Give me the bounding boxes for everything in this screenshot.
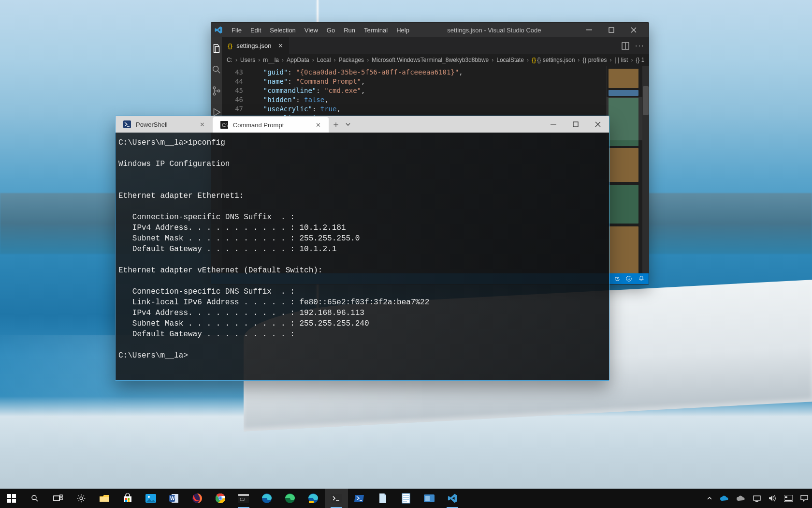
volume-icon[interactable] xyxy=(768,495,776,502)
taskbar-edge-beta[interactable] xyxy=(302,489,325,508)
tab-dropdown-button[interactable] xyxy=(345,121,351,127)
svg-rect-28 xyxy=(128,498,130,500)
taskbar-vscode[interactable] xyxy=(441,489,464,508)
menu-run[interactable]: Run xyxy=(343,26,356,35)
editor-tabs: {} settings.json ✕ ··· xyxy=(222,37,649,54)
split-editor-icon[interactable] xyxy=(622,42,629,50)
status-lang[interactable]: ts xyxy=(615,275,620,282)
close-button[interactable] xyxy=(623,23,645,37)
vscode-titlebar[interactable]: File Edit Selection View Go Run Terminal… xyxy=(211,23,649,37)
terminal-titlebar[interactable]: PowerShell ✕ C:\ Command Prompt ✕ ＋ xyxy=(116,116,609,133)
taskbar-firefox[interactable] xyxy=(186,489,209,508)
tab-actions: ＋ xyxy=(329,116,354,133)
breadcrumb-seg[interactable]: m__la xyxy=(263,57,279,63)
terminal-window-controls xyxy=(542,116,609,133)
svg-rect-55 xyxy=(785,496,787,498)
feedback-icon[interactable] xyxy=(625,275,632,282)
taskbar-notepad[interactable] xyxy=(394,489,418,508)
minimize-button[interactable] xyxy=(578,23,600,37)
breadcrumb-seg[interactable]: LocalState xyxy=(496,57,524,63)
close-tab-icon[interactable]: ✕ xyxy=(316,121,321,129)
breadcrumb-seg[interactable]: Microsoft.WindowsTerminal_8wekyb3d8bbwe xyxy=(372,57,489,63)
menu-help[interactable]: Help xyxy=(395,26,410,35)
language-icon[interactable] xyxy=(784,495,793,502)
taskbar-left: W C:\ xyxy=(0,489,464,508)
svg-rect-25 xyxy=(100,497,109,502)
breadcrumb-seg[interactable]: [ ] list xyxy=(614,57,628,63)
taskbar-windows-terminal[interactable] xyxy=(325,489,348,508)
close-button[interactable] xyxy=(587,116,609,133)
taskbar-photos[interactable] xyxy=(139,489,162,508)
menu-view[interactable]: View xyxy=(304,26,319,35)
system-tray xyxy=(703,495,812,502)
svg-point-4 xyxy=(213,93,216,95)
network-icon[interactable] xyxy=(753,495,761,502)
menu-go[interactable]: Go xyxy=(326,26,336,35)
task-view-button[interactable] xyxy=(46,489,70,508)
action-center-icon[interactable] xyxy=(800,495,808,502)
minimap-viewport[interactable] xyxy=(607,97,642,140)
breadcrumb-seg[interactable]: {} 1 xyxy=(636,57,644,63)
more-actions-icon[interactable]: ··· xyxy=(635,42,644,50)
taskbar-word[interactable]: W xyxy=(162,489,186,508)
taskbar-powershell[interactable] xyxy=(348,489,371,508)
minimap[interactable] xyxy=(606,66,649,273)
svg-rect-23 xyxy=(60,498,62,500)
tab-settings-json[interactable]: {} settings.json ✕ xyxy=(222,37,290,54)
taskbar-edge-dev[interactable] xyxy=(255,489,278,508)
search-icon[interactable] xyxy=(211,64,222,75)
onedrive-icon-2[interactable] xyxy=(737,495,745,501)
svg-text:C:\: C:\ xyxy=(240,497,246,502)
scrollbar-thumb[interactable] xyxy=(643,86,649,115)
svg-rect-27 xyxy=(125,498,127,500)
taskbar-chrome[interactable] xyxy=(209,489,232,508)
terminal-body[interactable]: C:\Users\m__la>ipconfig Windows IP Confi… xyxy=(116,133,609,380)
minimize-button[interactable] xyxy=(542,116,565,133)
menu-edit[interactable]: Edit xyxy=(249,26,262,35)
taskbar-edge-canary[interactable] xyxy=(278,489,302,508)
svg-point-10 xyxy=(629,278,630,278)
tab-label: Command Prompt xyxy=(233,121,284,129)
tab-label: settings.json xyxy=(236,42,271,49)
menu-terminal[interactable]: Terminal xyxy=(363,26,389,35)
breadcrumb-seg[interactable]: C: xyxy=(227,57,232,63)
taskbar-file-explorer[interactable] xyxy=(93,489,116,508)
breadcrumb-seg[interactable]: Users xyxy=(240,57,255,63)
breadcrumb-seg[interactable]: {} settings.json xyxy=(537,57,575,63)
breadcrumb-seg[interactable]: AppData xyxy=(287,57,309,63)
source-control-icon[interactable] xyxy=(211,86,222,96)
terminal-output[interactable]: C:\Users\m__la>ipconfig Windows IP Confi… xyxy=(116,133,609,361)
taskbar-generic-app[interactable] xyxy=(418,489,441,508)
start-button[interactable] xyxy=(0,489,23,508)
taskbar-cmd[interactable]: C:\ xyxy=(232,489,255,508)
maximize-button[interactable] xyxy=(600,23,623,37)
maximize-button[interactable] xyxy=(565,116,587,133)
close-tab-icon[interactable]: ✕ xyxy=(200,121,205,128)
svg-rect-42 xyxy=(238,494,249,496)
tab-command-prompt[interactable]: C:\ Command Prompt ✕ xyxy=(213,117,329,133)
tray-overflow-icon[interactable] xyxy=(707,495,712,501)
explorer-icon[interactable] xyxy=(211,43,222,54)
breadcrumb-seg[interactable]: Local xyxy=(317,57,331,63)
close-tab-icon[interactable]: ✕ xyxy=(278,42,283,49)
svg-rect-14 xyxy=(551,124,556,124)
taskbar-store[interactable] xyxy=(116,489,139,508)
breadcrumb[interactable]: C:› Users› m__la› AppData› Local› Packag… xyxy=(222,54,649,66)
onedrive-icon[interactable] xyxy=(720,495,729,501)
cmd-icon: C:\ xyxy=(220,121,228,129)
taskbar-generic-doc[interactable] xyxy=(371,489,394,508)
svg-rect-19 xyxy=(12,499,16,503)
svg-rect-0 xyxy=(586,30,592,30)
vscode-window-controls xyxy=(578,23,645,37)
tab-label: PowerShell xyxy=(136,121,168,128)
menu-selection[interactable]: Selection xyxy=(269,26,296,35)
breadcrumb-seg[interactable]: Packages xyxy=(338,57,364,63)
svg-rect-1 xyxy=(609,28,614,32)
bell-icon[interactable] xyxy=(638,275,645,282)
search-button[interactable] xyxy=(23,489,46,508)
menu-file[interactable]: File xyxy=(231,26,243,35)
tab-powershell[interactable]: PowerShell ✕ xyxy=(116,116,213,133)
new-tab-button[interactable]: ＋ xyxy=(332,119,340,130)
taskbar-settings[interactable] xyxy=(70,489,93,508)
breadcrumb-seg[interactable]: {} profiles xyxy=(582,57,607,63)
